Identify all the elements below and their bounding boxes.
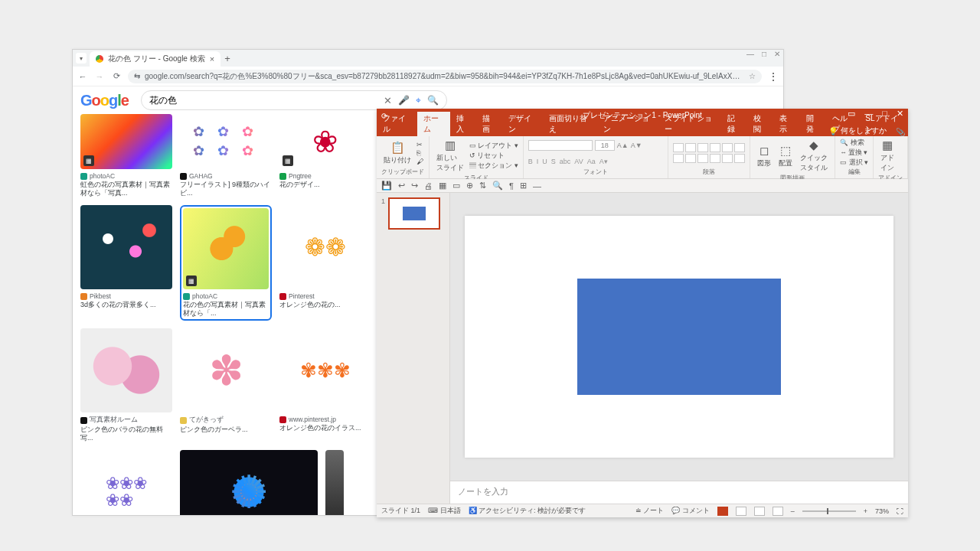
search-icon[interactable]: 🔍 — [427, 95, 439, 106]
zoom-level[interactable]: 73% — [875, 507, 889, 515]
ribbon-tab-アニメーション[interactable]: アニメーション — [597, 112, 658, 136]
format-painter-button[interactable]: 🖌 — [416, 158, 423, 165]
bookmark-star-icon[interactable]: ☆ — [749, 72, 756, 80]
lens-icon[interactable]: ⌖ — [416, 95, 421, 106]
qat-button-2[interactable]: ↪ — [411, 181, 418, 191]
qat-button-4[interactable]: ▦ — [439, 181, 446, 191]
tab-close-icon[interactable]: × — [210, 54, 214, 64]
chrome-close-button[interactable]: ✕ — [774, 50, 780, 58]
qat-button-5[interactable]: ▭ — [452, 181, 460, 191]
qat-button-1[interactable]: ↩ — [398, 181, 405, 191]
notes-pane[interactable]: ノートを入力 — [450, 481, 908, 504]
font-family-combo[interactable] — [528, 140, 593, 151]
new-slide-button[interactable]: ▥新しい スライド — [434, 138, 466, 174]
new-tab-button[interactable]: + — [220, 53, 234, 64]
image-result-card[interactable]: www.pinterest.jpオレンジ色の花のイラス... — [279, 328, 371, 442]
back-button[interactable]: ← — [77, 72, 88, 81]
qat-button-7[interactable]: ⇅ — [479, 181, 486, 191]
copy-button[interactable]: ⎘ — [416, 149, 423, 157]
replace-button[interactable]: ↔ 置換 ▾ — [840, 148, 868, 158]
result-thumbnail[interactable]: ▦ — [279, 114, 371, 169]
slide-thumbnail[interactable] — [388, 197, 440, 230]
result-thumbnail[interactable] — [180, 450, 318, 515]
font-U-button[interactable]: U — [542, 158, 547, 165]
qat-button-11[interactable]: — — [533, 181, 541, 191]
qat-button-6[interactable]: ⊕ — [466, 181, 473, 191]
font-AV-button[interactable]: AV — [574, 158, 583, 165]
image-result-card[interactable]: Pikbest3d多くの花の背景多く... — [80, 205, 172, 321]
tell-me[interactable]: 💡何をしますか — [828, 126, 887, 136]
ribbon-tab-表示[interactable]: 表示 — [773, 112, 799, 136]
accessibility-checker[interactable]: ♿ アクセシビリティ: 検討が必要です — [469, 506, 586, 516]
sorter-view-button[interactable] — [736, 507, 746, 516]
font-S-button[interactable]: S — [551, 158, 556, 165]
share-button[interactable]: 📎 — [896, 128, 905, 136]
image-result-card[interactable]: ▦Pngtree花のデザイ... — [279, 114, 371, 197]
ribbon-tab-ファイル[interactable]: ファイル — [377, 112, 417, 136]
language-indicator[interactable]: ⌨ 日本語 — [428, 506, 461, 516]
find-button[interactable]: 🔍 検索 — [840, 139, 868, 148]
notes-toggle[interactable]: ≐ ノート — [635, 506, 665, 516]
reset-button[interactable]: ↺ リセット — [469, 152, 518, 161]
slide-canvas-area[interactable] — [450, 193, 908, 481]
result-thumbnail[interactable] — [325, 450, 344, 515]
image-result-card[interactable]: 写真素材ルームピンク色のバラの花の無料写... — [80, 328, 172, 442]
ribbon-tab-挿入[interactable]: 挿入 — [450, 112, 476, 136]
qat-button-10[interactable]: ⊞ — [520, 181, 527, 191]
qat-button-9[interactable]: ¶ — [509, 181, 514, 191]
paragraph-buttons[interactable] — [673, 143, 745, 163]
address-bar[interactable]: ⇆ google.com/search?q=花の色%E3%80%80フリー&sc… — [128, 70, 762, 83]
result-thumbnail[interactable] — [279, 328, 371, 412]
result-thumbnail[interactable]: ▦ — [183, 208, 269, 289]
section-button[interactable]: ▤ セクション ▾ — [469, 161, 518, 171]
select-button[interactable]: ▭ 選択 ▾ — [840, 158, 868, 168]
clear-search-icon[interactable]: ✕ — [384, 95, 392, 106]
slide-thumbnail-panel[interactable]: 1 — [377, 193, 450, 504]
font-A▾-button[interactable]: A▾ — [599, 158, 608, 165]
zoom-slider[interactable] — [802, 510, 856, 512]
result-thumbnail[interactable] — [80, 205, 172, 289]
image-result-card[interactable]: てがきっずピンク色のガーベラ... — [180, 328, 272, 442]
cut-button[interactable]: ✂ — [416, 141, 423, 148]
image-result-card[interactable]: ▦photoAC花の色の写真素材｜写真素材なら「... — [180, 205, 272, 321]
result-thumbnail[interactable] — [180, 114, 272, 169]
chrome-minimize-button[interactable]: — — [746, 50, 754, 58]
arrange-button[interactable]: ⬚配置 — [776, 143, 795, 169]
decrease-font-icon[interactable]: A▼ — [631, 142, 642, 149]
chrome-menu-button[interactable]: ⋮ — [768, 70, 779, 83]
paste-button[interactable]: 📋貼り付け — [381, 140, 413, 166]
ribbon-tab-校閲[interactable]: 校閲 — [747, 112, 773, 136]
comments-toggle[interactable]: 💬 コメント — [671, 506, 710, 516]
image-result-card[interactable] — [325, 450, 344, 515]
addins-button[interactable]: ▦アド イン — [878, 138, 897, 174]
slideshow-view-button[interactable] — [773, 507, 783, 516]
increase-font-icon[interactable]: A▲ — [617, 142, 629, 149]
qat-button-0[interactable]: 💾 — [381, 181, 392, 191]
reload-button[interactable]: ⟳ — [111, 71, 122, 81]
font-I-button[interactable]: I — [537, 158, 539, 165]
search-box[interactable]: ✕ 🎤 ⌖ 🔍 — [141, 90, 447, 110]
voice-search-icon[interactable]: 🎤 — [398, 95, 410, 106]
image-result-card[interactable]: ▦photoAC虹色の花の写真素材｜写真素材なら「写真... — [80, 114, 172, 197]
ribbon-tab-画面切り替え[interactable]: 画面切り替え — [543, 112, 597, 136]
google-logo[interactable]: Google — [80, 92, 129, 109]
ribbon-tab-ホーム[interactable]: ホーム — [417, 112, 450, 136]
zoom-in-button[interactable]: + — [864, 507, 867, 515]
ribbon-tab-描画[interactable]: 描画 — [476, 112, 502, 136]
slide[interactable] — [465, 216, 893, 458]
font-size-combo[interactable]: 18 — [595, 140, 615, 151]
forward-button[interactable]: → — [94, 72, 105, 81]
shapes-button[interactable]: ◻図形 — [755, 143, 773, 169]
browser-tab[interactable]: 花の色 フリー - Google 検索 × — [90, 51, 220, 67]
result-thumbnail[interactable] — [80, 450, 172, 515]
fit-to-window-button[interactable]: ⛶ — [897, 507, 903, 515]
ribbon-tab-デザイン[interactable]: デザイン — [502, 112, 543, 136]
font-Aa-button[interactable]: Aa — [587, 158, 596, 165]
qat-button-3[interactable]: 🖨 — [424, 181, 433, 191]
image-result-card[interactable]: Pngtree花の紫と青の色がかわいいイラ... — [80, 450, 172, 515]
result-thumbnail[interactable]: ▦ — [80, 114, 172, 169]
search-input[interactable] — [149, 95, 377, 106]
result-thumbnail[interactable] — [80, 328, 172, 412]
font-abc-button[interactable]: abc — [560, 158, 571, 165]
site-info-icon[interactable]: ⇆ — [134, 72, 140, 80]
